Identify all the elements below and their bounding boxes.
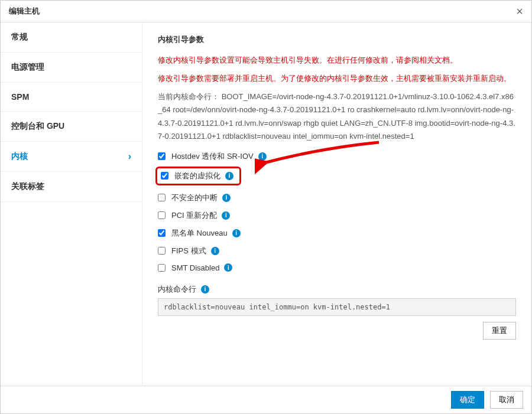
sidebar-item-general[interactable]: 常规 <box>1 22 142 53</box>
checkbox-pci-realloc[interactable] <box>158 211 166 219</box>
checkbox-blacklist-nouveau[interactable] <box>158 229 166 237</box>
sidebar-label: 电源管理 <box>11 62 44 71</box>
close-icon[interactable]: × <box>516 5 523 17</box>
option-label: SMT Disabled <box>171 263 219 272</box>
option-label: PCI 重新分配 <box>171 210 217 221</box>
chevron-right-icon: › <box>128 151 131 162</box>
sidebar-label: 关联标签 <box>11 181 44 191</box>
sidebar-item-spm[interactable]: SPM <box>1 83 142 112</box>
option-fips: FIPS 模式 i <box>158 242 516 260</box>
content-pane: 内核引导参数 修改内核引导参数设置可能会导致主机引导失败。在进行任何修改前，请参… <box>142 22 531 386</box>
info-icon[interactable]: i <box>201 285 209 294</box>
current-kernel-label: 当前内核命令行： <box>158 92 219 101</box>
option-smt-disabled: SMT Disabled i <box>158 260 516 276</box>
section-title: 内核引导参数 <box>158 34 516 45</box>
warning-text-2: 修改引导参数需要部署并重启主机。为了使修改的内核引导参数生效，主机需要被重新安装… <box>158 71 516 86</box>
option-hostdev: Hostdev 透传和 SR-IOV i <box>158 148 516 165</box>
current-kernel-cmdline: 当前内核命令行： BOOT_IMAGE=/ovirt-node-ng-4.3.7… <box>158 90 516 142</box>
info-icon[interactable]: i <box>224 263 232 272</box>
sidebar-label: SPM <box>11 92 29 102</box>
modal-body: 常规 电源管理 SPM 控制台和 GPU 内核 › 关联标签 内核引导参数 修改… <box>1 22 531 386</box>
modal-footer: 确定 取消 <box>1 386 531 413</box>
sidebar-label: 常规 <box>11 32 28 41</box>
reset-button[interactable]: 重置 <box>483 322 516 340</box>
option-nested: 嵌套的虚拟化 i <box>158 171 236 181</box>
warning-text-1: 修改内核引导参数设置可能会导致主机引导失败。在进行任何修改前，请参阅相关文档。 <box>158 53 516 68</box>
ok-button[interactable]: 确定 <box>451 391 484 409</box>
option-label: 不安全的中断 <box>171 193 218 203</box>
sidebar-item-console-gpu[interactable]: 控制台和 GPU <box>1 112 142 142</box>
info-icon[interactable]: i <box>211 247 219 255</box>
cancel-button[interactable]: 取消 <box>490 391 523 409</box>
info-icon[interactable]: i <box>222 194 231 202</box>
sidebar-item-kernel[interactable]: 内核 › <box>1 142 142 172</box>
cmdline-label-row: 内核命令行 i <box>158 284 516 295</box>
edit-host-modal: 编辑主机 × 常规 电源管理 SPM 控制台和 GPU 内核 › 关联标签 内核… <box>0 0 532 414</box>
checkbox-unsafe-int[interactable] <box>158 194 166 201</box>
info-icon[interactable]: i <box>232 229 241 237</box>
info-icon[interactable]: i <box>222 211 230 220</box>
sidebar-label: 内核 <box>11 151 28 162</box>
sidebar-item-affinity[interactable]: 关联标签 <box>1 172 142 202</box>
modal-header: 编辑主机 × <box>1 1 531 22</box>
option-label: Hostdev 透传和 SR-IOV <box>171 151 254 162</box>
modal-title: 编辑主机 <box>9 6 40 17</box>
sidebar: 常规 电源管理 SPM 控制台和 GPU 内核 › 关联标签 <box>1 22 142 386</box>
option-label: 黑名单 Nouveau <box>171 228 228 239</box>
option-label: FIPS 模式 <box>171 246 206 256</box>
cmdline-input[interactable] <box>158 298 516 316</box>
sidebar-label: 控制台和 GPU <box>11 121 64 131</box>
option-unsafe-int: 不安全的中断 i <box>158 189 516 207</box>
sidebar-item-power[interactable]: 电源管理 <box>1 53 142 83</box>
cmdline-label: 内核命令行 <box>158 284 196 295</box>
info-icon[interactable]: i <box>258 152 267 161</box>
info-icon[interactable]: i <box>225 172 233 180</box>
checkbox-nested[interactable] <box>161 172 168 180</box>
option-blacklist-nouveau: 黑名单 Nouveau i <box>158 224 516 242</box>
checkbox-smt-disabled[interactable] <box>158 264 166 272</box>
checkbox-hostdev[interactable] <box>158 152 166 160</box>
checkbox-fips[interactable] <box>158 247 166 255</box>
option-label: 嵌套的虚拟化 <box>174 171 220 181</box>
highlight-nested: 嵌套的虚拟化 i <box>155 167 241 185</box>
reset-row: 重置 <box>158 322 516 340</box>
option-pci-realloc: PCI 重新分配 i <box>158 207 516 224</box>
